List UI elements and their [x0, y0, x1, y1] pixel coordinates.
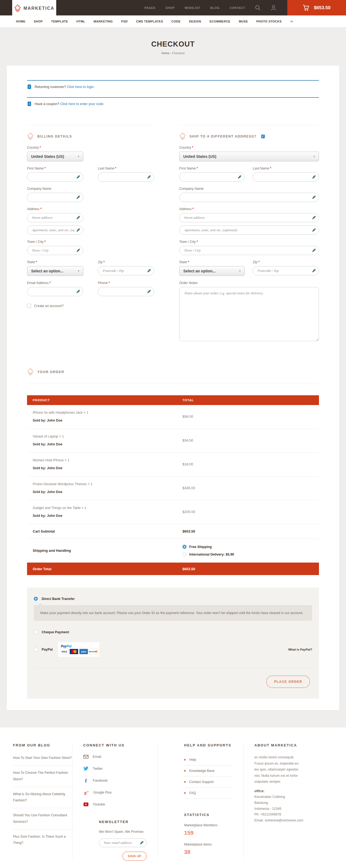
menu-psd[interactable]: PSD: [121, 20, 128, 23]
about-line: Indonesia - 12345: [254, 806, 336, 812]
menu-more-icon[interactable]: ≫: [290, 20, 293, 23]
shipping-zip-input[interactable]: [253, 266, 319, 275]
menu-marketing[interactable]: MARKETING: [94, 20, 113, 23]
billing-first-name-input[interactable]: [27, 173, 83, 182]
menu-shop[interactable]: SHOP: [34, 20, 43, 23]
menu-muse[interactable]: MUSE: [239, 20, 248, 23]
help-link[interactable]: Help: [184, 754, 233, 765]
billing-last-name-input[interactable]: [98, 173, 154, 182]
social-twitter[interactable]: Twitter: [83, 766, 132, 771]
billing-apartment-input[interactable]: [27, 225, 83, 235]
billing-street-input[interactable]: [27, 213, 83, 222]
breadcrumb: Home › Checkout: [0, 52, 346, 55]
social-label: Google Plus: [93, 790, 112, 794]
top-nav-pages[interactable]: PAGES: [144, 6, 155, 9]
blog-link[interactable]: How To Start Your Own Fashion Store?: [13, 754, 74, 766]
top-nav-contact[interactable]: CONTACT: [230, 6, 245, 9]
radio-selected-icon[interactable]: [182, 545, 186, 549]
radio-icon[interactable]: [34, 648, 38, 652]
radio-icon[interactable]: [182, 552, 186, 556]
ship-different-checkbox[interactable]: [261, 134, 265, 138]
shipping-handling-row: Shipping and Handling Free Shipping Inte…: [27, 539, 319, 563]
marketica-tag-icon: [14, 4, 21, 13]
google-plus-icon: g+: [83, 790, 89, 795]
shipping-first-name-input[interactable]: [179, 173, 245, 182]
billing-company-label: Company Name: [27, 187, 83, 191]
signup-button[interactable]: SIGN UP: [123, 851, 147, 861]
chevron-down-icon: ▼: [77, 270, 80, 272]
radio-selected-icon[interactable]: [34, 597, 38, 601]
menu-photo-stocks[interactable]: PHOTO STOCKS: [256, 20, 282, 23]
shipping-apartment-input[interactable]: [179, 225, 319, 235]
billing-state-select[interactable]: Select an option...▼: [27, 266, 83, 276]
table-row: Proton Absolute Wordpress Themes × 1 Sol…: [27, 476, 319, 500]
payment-method-bank[interactable]: Direct Bank Transfer: [34, 597, 312, 601]
user-icon[interactable]: [271, 5, 277, 11]
social-google-plus[interactable]: g+ Google Plus: [83, 790, 132, 795]
social-facebook[interactable]: f Facebook: [83, 778, 132, 783]
pen-icon: [238, 175, 242, 179]
order-total-row: Order Total $653.50: [27, 563, 319, 575]
menu-cms-templates[interactable]: CMS TEMPLATES: [136, 20, 163, 23]
payment-method-cheque[interactable]: Cheque Payment: [34, 630, 312, 634]
cart-icon: [303, 5, 310, 11]
table-row: Gadget and Things on the Table × 1 Sold …: [27, 500, 319, 524]
top-nav-shop[interactable]: SHOP: [166, 6, 175, 9]
coupon-link[interactable]: Click here to enter your code: [60, 102, 104, 106]
login-link[interactable]: Click here to login: [67, 85, 94, 89]
pen-icon: [76, 228, 80, 232]
breadcrumb-home[interactable]: Home: [161, 52, 169, 55]
shipping-option-international[interactable]: International Delivery: $5.90: [182, 552, 234, 556]
blog-link[interactable]: What is So Alluring About Celebrity Fash…: [13, 787, 74, 808]
payment-method-paypal[interactable]: PayPal PayPal VISA AMEX DISCOVER What is…: [34, 642, 312, 657]
social-email[interactable]: Email: [83, 754, 132, 759]
blog-link[interactable]: Should You Use Fashion Consultant Servic…: [13, 808, 74, 830]
statistics-title: STATISTICS: [184, 813, 243, 817]
shipping-last-name-input[interactable]: [253, 173, 319, 182]
what-is-paypal-link[interactable]: What is PayPal?: [288, 648, 312, 651]
svg-text:AMEX: AMEX: [81, 651, 86, 653]
shipping-company-input[interactable]: [179, 193, 319, 202]
menu-html[interactable]: HTML: [76, 20, 85, 23]
billing-town-input[interactable]: [27, 246, 83, 255]
square-bullet-icon: [184, 759, 186, 761]
billing-email-input[interactable]: [27, 287, 83, 296]
help-link[interactable]: Knowladge Base: [184, 765, 233, 776]
create-account-checkbox[interactable]: [27, 304, 31, 308]
logo[interactable]: MARKETICA: [12, 0, 56, 17]
create-account-label: Create an account?: [34, 304, 64, 308]
svg-text:VISA: VISA: [61, 650, 67, 653]
shipping-street-input[interactable]: [179, 213, 319, 222]
menu-code[interactable]: CODE: [171, 20, 180, 23]
billing-country-select[interactable]: United States (US)▼: [27, 152, 83, 161]
billing-zip-input[interactable]: [98, 266, 154, 275]
billing-company-input[interactable]: [27, 193, 83, 202]
menu-template[interactable]: TEMPLATE: [51, 20, 68, 23]
product-total: $34.50: [182, 438, 193, 442]
top-nav-wishlist[interactable]: WISHLIST: [185, 6, 200, 9]
help-link[interactable]: FAQ: [184, 787, 233, 799]
order-notes-textarea[interactable]: [179, 287, 319, 341]
product-seller: Sold by: John Doe: [33, 466, 182, 470]
help-link[interactable]: Contact Support: [184, 776, 233, 787]
cart-button[interactable]: $653.50: [287, 0, 346, 16]
social-youtube[interactable]: Youtube: [83, 802, 132, 807]
radio-icon[interactable]: [34, 630, 38, 634]
place-order-button[interactable]: PLACE ORDER: [266, 676, 310, 688]
blog-link[interactable]: Plus Size Fashion: Is There Such a Thing…: [13, 830, 74, 851]
chevron-down-icon: ▼: [313, 155, 315, 158]
shipping-state-select[interactable]: Select an option...▼: [179, 266, 245, 276]
header: MARKETICA PAGES SHOP WISHLIST BLOG CONTA…: [0, 0, 346, 16]
svg-text:+: +: [87, 790, 89, 793]
search-icon[interactable]: [255, 5, 261, 11]
menu-ecommerce[interactable]: ECOMMERCE: [209, 20, 230, 23]
top-nav-blog[interactable]: BLOG: [210, 6, 219, 9]
footer-blog-title: FROM OUR BLOG: [13, 743, 68, 747]
billing-phone-input[interactable]: [98, 287, 154, 296]
menu-home[interactable]: HOME: [16, 20, 25, 23]
blog-link[interactable]: How To Choose The Perfect Fashion Store?: [13, 766, 74, 787]
shipping-country-select[interactable]: United States (US)▼: [179, 152, 319, 161]
menu-design[interactable]: DESIGN: [189, 20, 201, 23]
shipping-option-free[interactable]: Free Shipping: [182, 545, 234, 549]
shipping-town-input[interactable]: [179, 246, 319, 255]
